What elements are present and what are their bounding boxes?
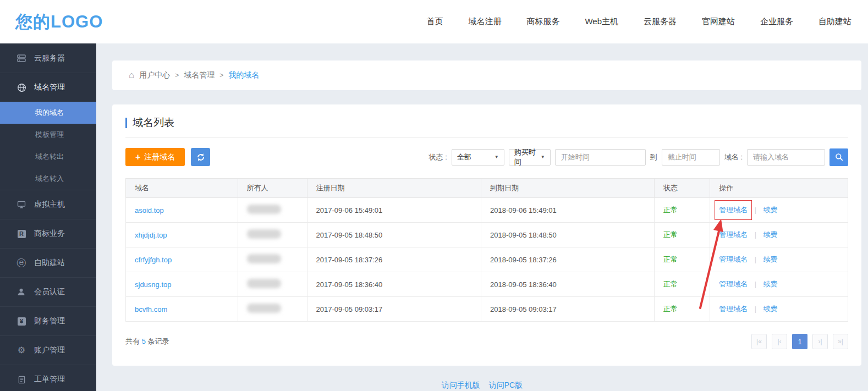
sidebar-item-label: 虚拟主机 xyxy=(34,200,65,210)
sidebar-subitem-transfer-out[interactable]: 域名转出 xyxy=(0,146,96,168)
table-row: asoid.top 2017-09-06 15:49:01 2018-09-06… xyxy=(126,198,848,223)
action-separator: | xyxy=(755,206,756,214)
nav-item-website-building[interactable]: 官网建站 xyxy=(702,16,735,27)
sidebar-subitem-transfer-in[interactable]: 域名转入 xyxy=(0,168,96,190)
sidebar-item-work-order[interactable]: 工单管理 xyxy=(0,365,96,391)
pagination-first-button[interactable]: |« xyxy=(751,334,767,349)
sidebar-item-member-auth[interactable]: 会员认证 xyxy=(0,277,96,306)
self-build-icon: ⓔ xyxy=(17,258,26,268)
sidebar-item-self-build[interactable]: ⓔ 自助建站 xyxy=(0,248,96,277)
plus-icon: + xyxy=(135,152,140,162)
status-badge: 正常 xyxy=(663,305,678,313)
sidebar-subitem-template-mgmt[interactable]: 模板管理 xyxy=(0,124,96,146)
status-filter-label: 状态 : xyxy=(429,152,447,162)
sidebar-item-virtual-host[interactable]: 虚拟主机 xyxy=(0,190,96,219)
nav-item-trademark-service[interactable]: 商标服务 xyxy=(526,16,559,27)
owner-redacted xyxy=(247,229,281,239)
manage-domain-link[interactable]: 管理域名 xyxy=(719,305,748,313)
domain-search-input[interactable] xyxy=(747,149,825,166)
nav-item-self-build[interactable]: 自助建站 xyxy=(818,16,851,27)
sidebar-item-account[interactable]: ⚙ 账户管理 xyxy=(0,335,96,365)
card-title-row: 域名列表 xyxy=(125,115,848,138)
manage-domain-link[interactable]: 管理域名 xyxy=(719,280,748,288)
nav-item-home[interactable]: 首页 xyxy=(426,16,443,27)
search-button[interactable] xyxy=(829,148,848,166)
renew-link[interactable]: 续费 xyxy=(763,280,778,288)
time-type-select[interactable]: 购买时间 ▼ xyxy=(509,149,551,166)
end-date-input[interactable] xyxy=(662,149,720,166)
to-label: 到 xyxy=(650,152,657,162)
pc-version-link[interactable]: 访问PC版 xyxy=(489,381,523,389)
registered-date: 2017-09-05 18:36:40 xyxy=(307,272,481,297)
registered-date: 2017-09-05 18:37:26 xyxy=(307,247,481,272)
breadcrumb-separator: > xyxy=(219,71,223,79)
sidebar-item-finance[interactable]: ¥ 财务管理 xyxy=(0,306,96,335)
renew-link[interactable]: 续费 xyxy=(763,230,778,239)
home-icon: ⌂ xyxy=(129,70,134,81)
registered-date: 2017-09-05 18:48:50 xyxy=(307,223,481,247)
domain-link[interactable]: asoid.top xyxy=(135,206,164,214)
refresh-button[interactable] xyxy=(191,148,210,166)
search-icon xyxy=(835,153,843,161)
owner-redacted xyxy=(247,304,281,313)
domain-link[interactable]: sjdusng.top xyxy=(135,280,172,289)
sidebar-item-label: 财务管理 xyxy=(34,316,65,326)
register-domain-button[interactable]: + 注册域名 xyxy=(125,148,185,166)
action-separator: | xyxy=(755,255,756,263)
owner-redacted xyxy=(247,205,281,214)
breadcrumb-separator: > xyxy=(175,71,179,79)
mobile-version-link[interactable]: 访问手机版 xyxy=(442,381,480,389)
nav-item-web-hosting[interactable]: Web主机 xyxy=(585,16,618,27)
domain-link[interactable]: cfrfyjfgh.top xyxy=(135,256,172,264)
sidebar-item-label: 域名管理 xyxy=(34,82,65,92)
status-badge: 正常 xyxy=(663,206,678,214)
caret-down-icon: ▼ xyxy=(495,155,499,159)
nav-item-enterprise-service[interactable]: 企业服务 xyxy=(760,16,793,27)
column-header-registered: 注册日期 xyxy=(307,179,481,198)
table-row: cfrfyjfgh.top 2017-09-05 18:37:26 2018-0… xyxy=(126,247,848,272)
content-area: ⌂ 用户中心 > 域名管理 > 我的域名 域名列表 + 注册域名 状态 : xyxy=(96,43,868,391)
expire-date: 2018-09-05 09:03:17 xyxy=(481,297,654,322)
registered-date: 2017-09-05 09:03:17 xyxy=(307,297,481,322)
work-order-icon xyxy=(17,375,26,384)
pagination-page-1[interactable]: 1 xyxy=(792,334,807,349)
trademark-icon: R xyxy=(17,229,26,239)
top-nav: 首页 域名注册 商标服务 Web主机 云服务器 官网建站 企业服务 自助建站 xyxy=(426,16,851,27)
domain-link[interactable]: xhjdjdj.top xyxy=(135,231,167,239)
breadcrumb-domain-mgmt[interactable]: 域名管理 xyxy=(184,70,215,80)
breadcrumb: ⌂ 用户中心 > 域名管理 > 我的域名 xyxy=(112,60,861,90)
sidebar-item-label: 工单管理 xyxy=(34,375,65,384)
sidebar-item-cloud-server[interactable]: 云服务器 xyxy=(0,43,96,73)
logo[interactable]: 您的LOGO xyxy=(15,10,103,34)
nav-item-cloud-server[interactable]: 云服务器 xyxy=(644,16,677,27)
nav-item-domain-register[interactable]: 域名注册 xyxy=(468,16,501,27)
manage-domain-link[interactable]: 管理域名 xyxy=(719,255,748,263)
sidebar-item-trademark[interactable]: R 商标业务 xyxy=(0,219,96,248)
renew-link[interactable]: 续费 xyxy=(763,255,778,263)
renew-link[interactable]: 续费 xyxy=(763,305,778,313)
manage-domain-link[interactable]: 管理域名 xyxy=(719,230,748,239)
domain-table: 域名 所有人 注册日期 到期日期 状态 操作 asoid.top 2017-09… xyxy=(125,178,848,322)
table-header-row: 域名 所有人 注册日期 到期日期 状态 操作 xyxy=(126,179,848,198)
pagination-last-button[interactable]: »| xyxy=(833,334,848,349)
caret-down-icon: ▼ xyxy=(541,155,545,159)
action-separator: | xyxy=(755,280,756,288)
breadcrumb-user-center[interactable]: 用户中心 xyxy=(139,70,170,80)
refresh-icon xyxy=(196,153,205,162)
sidebar-subitem-my-domains[interactable]: 我的域名 xyxy=(0,102,96,124)
expire-date: 2018-09-05 18:36:40 xyxy=(481,272,654,297)
registered-date: 2017-09-06 15:49:01 xyxy=(307,198,481,223)
domain-link[interactable]: bcvfh.com xyxy=(135,305,167,313)
start-date-input[interactable] xyxy=(555,149,646,166)
sidebar-item-label: 会员认证 xyxy=(34,287,65,297)
sidebar-item-domain-mgmt[interactable]: 域名管理 xyxy=(0,73,96,102)
column-header-actions: 操作 xyxy=(710,179,848,198)
table-footer: 共有 5 条记录 |« |‹ 1 ›| »| xyxy=(125,334,848,349)
status-badge: 正常 xyxy=(663,255,678,263)
pagination-next-button[interactable]: ›| xyxy=(812,334,828,349)
pagination-prev-button[interactable]: |‹ xyxy=(772,334,787,349)
expire-date: 2018-09-05 18:37:26 xyxy=(481,247,654,272)
renew-link[interactable]: 续费 xyxy=(763,206,778,214)
manage-domain-link[interactable]: 管理域名 xyxy=(719,206,748,214)
status-select[interactable]: 全部 ▼ xyxy=(452,149,504,166)
